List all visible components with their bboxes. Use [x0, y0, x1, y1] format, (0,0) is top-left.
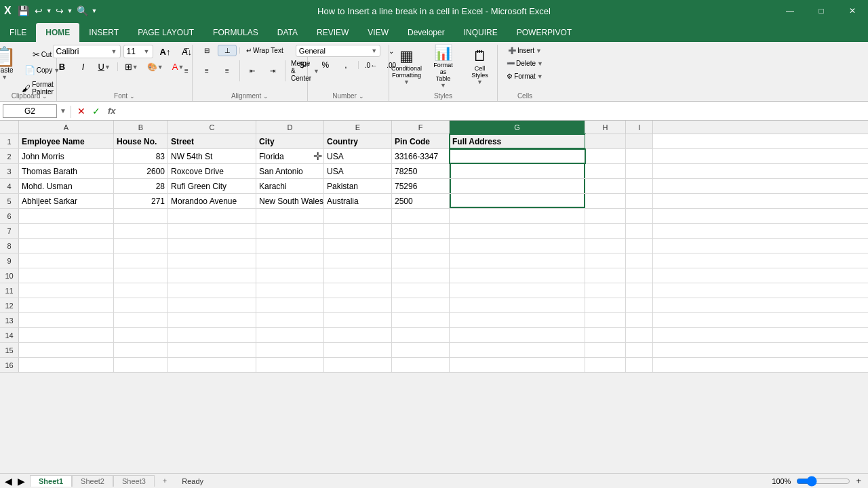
cell-A9[interactable] — [19, 253, 114, 268]
cell-A12[interactable] — [19, 298, 114, 312]
cell-A3[interactable]: Thomas Barath — [19, 164, 114, 178]
col-header-B[interactable]: B — [114, 121, 168, 134]
tab-developer[interactable]: Developer — [398, 23, 454, 42]
tab-insert[interactable]: INSERT — [79, 23, 128, 42]
decrease-indent-btn[interactable]: ⇤ — [243, 65, 262, 77]
undo-quick-btn[interactable]: ↩ — [33, 4, 45, 18]
cell-C5[interactable]: Morandoo Avenue — [168, 194, 256, 208]
underline-button[interactable]: U ▼ — [95, 60, 114, 74]
cell-B1[interactable]: House No. — [114, 134, 168, 148]
number-group-launcher[interactable]: ⌄ — [359, 93, 364, 100]
cell-A14[interactable] — [19, 328, 114, 342]
save-quick-btn[interactable]: 💾 — [16, 4, 31, 18]
cell-G6[interactable] — [450, 209, 585, 223]
cell-F6[interactable] — [392, 209, 450, 223]
tab-home[interactable]: HOME — [36, 23, 79, 42]
cell-B16[interactable] — [114, 358, 168, 372]
cell-H7[interactable] — [585, 224, 626, 238]
qa-more-dropdown[interactable]: ▼ — [92, 7, 98, 14]
cell-D4[interactable]: Karachi — [256, 179, 324, 193]
italic-button[interactable]: I — [74, 60, 93, 74]
cell-I10[interactable] — [626, 268, 653, 283]
align-bottom-btn[interactable]: ⊥ — [218, 45, 237, 56]
cell-H3[interactable] — [585, 164, 626, 178]
cell-G12[interactable] — [450, 298, 585, 312]
col-header-F[interactable]: F — [392, 121, 450, 134]
cell-A5[interactable]: Abhijeet Sarkar — [19, 194, 114, 208]
row-num-3[interactable]: 3 — [0, 164, 19, 178]
cell-E6[interactable] — [324, 209, 392, 223]
cell-H16[interactable] — [585, 358, 626, 372]
cell-G2[interactable] — [450, 149, 585, 163]
col-header-C[interactable]: C — [168, 121, 256, 134]
search-quick-btn[interactable]: 🔍 — [75, 4, 90, 18]
cell-F10[interactable] — [392, 268, 450, 283]
cell-E16[interactable] — [324, 358, 392, 372]
cell-G13[interactable] — [450, 313, 585, 327]
cell-D15[interactable] — [256, 343, 324, 357]
cell-B8[interactable] — [114, 239, 168, 253]
cell-B5[interactable]: 271 — [114, 194, 168, 208]
cell-A2[interactable]: John Morris — [19, 149, 114, 163]
row-num-11[interactable]: 11 — [0, 283, 19, 298]
align-middle-btn[interactable]: ⊟ — [197, 45, 216, 56]
row-num-1[interactable]: 1 — [0, 134, 19, 148]
cell-C12[interactable] — [168, 298, 256, 312]
cell-I1[interactable] — [626, 134, 653, 148]
cell-F16[interactable] — [392, 358, 450, 372]
cell-A15[interactable] — [19, 343, 114, 357]
cell-F11[interactable] — [392, 283, 450, 298]
format-cells-btn[interactable]: ⚙ Format ▼ — [503, 70, 547, 82]
cell-A13[interactable] — [19, 313, 114, 327]
font-launcher[interactable]: ⌄ — [130, 93, 135, 100]
cell-G10[interactable] — [450, 268, 585, 283]
increase-indent-btn[interactable]: ⇥ — [263, 65, 282, 77]
close-btn[interactable]: ✕ — [837, 0, 868, 22]
cell-H5[interactable] — [585, 194, 626, 208]
cell-I6[interactable] — [626, 209, 653, 223]
redo-dropdown[interactable]: ▼ — [67, 7, 73, 14]
row-num-15[interactable]: 15 — [0, 343, 19, 357]
cell-G16[interactable] — [450, 358, 585, 372]
redo-quick-btn[interactable]: ↪ — [54, 4, 66, 18]
cancel-formula-btn[interactable]: ✕ — [75, 106, 87, 117]
cell-styles-btn[interactable]: 🗒 CellStyles ▼ — [463, 47, 497, 85]
cell-B4[interactable]: 28 — [114, 179, 168, 193]
cell-H2[interactable] — [585, 149, 626, 163]
cell-H8[interactable] — [585, 239, 626, 253]
cell-G11[interactable] — [450, 283, 585, 298]
cell-F4[interactable]: 75296 — [392, 179, 450, 193]
cell-C9[interactable] — [168, 253, 256, 268]
cell-I7[interactable] — [626, 224, 653, 238]
formula-input[interactable] — [121, 106, 865, 116]
align-center-btn[interactable]: ≡ — [197, 65, 216, 77]
cell-C11[interactable] — [168, 283, 256, 298]
row-num-16[interactable]: 16 — [0, 358, 19, 372]
cell-C14[interactable] — [168, 328, 256, 342]
format-as-table-btn[interactable]: 📊 Format asTable ▼ — [427, 47, 460, 85]
cell-I8[interactable] — [626, 239, 653, 253]
cell-E3[interactable]: USA — [324, 164, 392, 178]
cell-D3[interactable]: San Antonio — [256, 164, 324, 178]
cell-B9[interactable] — [114, 253, 168, 268]
col-header-I[interactable]: I — [626, 121, 653, 134]
cell-D5[interactable]: New South Wales — [256, 194, 324, 208]
row-num-10[interactable]: 10 — [0, 268, 19, 283]
cell-H11[interactable] — [585, 283, 626, 298]
cell-C13[interactable] — [168, 313, 256, 327]
cell-H6[interactable] — [585, 209, 626, 223]
cell-C1[interactable]: Street — [168, 134, 256, 148]
tab-view[interactable]: VIEW — [358, 23, 398, 42]
wrap-text-btn[interactable]: ↵ Wrap Text — [243, 45, 287, 56]
cell-B6[interactable] — [114, 209, 168, 223]
row-num-9[interactable]: 9 — [0, 253, 19, 268]
cell-F7[interactable] — [392, 224, 450, 238]
cell-C7[interactable] — [168, 224, 256, 238]
cell-B3[interactable]: 2600 — [114, 164, 168, 178]
cell-B12[interactable] — [114, 298, 168, 312]
cell-G15[interactable] — [450, 343, 585, 357]
name-box-dropdown[interactable]: ▼ — [60, 107, 66, 115]
cell-B2[interactable]: 83 — [114, 149, 168, 163]
undo-dropdown[interactable]: ▼ — [46, 7, 52, 14]
tab-powerpivot[interactable]: POWERPIVOT — [507, 23, 581, 42]
